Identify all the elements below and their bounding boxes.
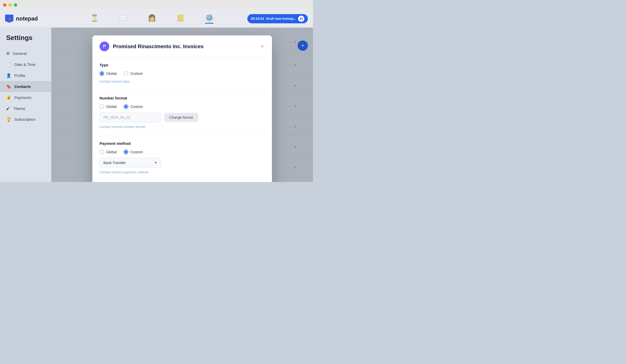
number-format-global-option[interactable]: Global [100, 104, 116, 109]
close-button[interactable] [3, 3, 6, 7]
payment-method-dropdown[interactable]: Bank Transfer ▼ [100, 158, 161, 168]
type-custom-label: Custom [130, 72, 143, 76]
sidebar: Settings ⚙ General 🕐 Date & Time 👤 Profi… [0, 28, 51, 182]
sidebar-item-general[interactable]: ⚙ General [0, 48, 51, 59]
type-global-radio[interactable] [100, 71, 104, 76]
topnav-right: 00:15:51 Draft new homep... [247, 14, 308, 23]
type-custom-radio[interactable] [124, 71, 128, 76]
close-modal-button[interactable]: × [260, 43, 265, 50]
hourglass-icon[interactable]: ⏳ [90, 14, 99, 23]
app-logo: 🔖 notepad [5, 15, 56, 23]
sidebar-label-general: General [13, 51, 26, 56]
sidebar-label-datetime: Date & Time [14, 62, 36, 67]
type-hint: Contact invoice type. [100, 79, 265, 83]
payment-method-global-label: Global [106, 150, 116, 154]
number-format-radio-group: Global Custom [100, 104, 265, 109]
sidebar-item-contacts[interactable]: 🔖 Contacts [0, 81, 51, 92]
sidebar-item-payments[interactable]: 💰 Payments [0, 92, 51, 103]
sidebar-item-profile[interactable]: 👤 Profile [0, 70, 51, 81]
due-setting-row: Due Global Custom 30 [100, 180, 265, 182]
contacts-icon: 🔖 [6, 84, 11, 89]
payment-method-hint: Contact invoice payment method. [100, 170, 265, 174]
number-format-hint: Contact invoice number format. [100, 125, 265, 129]
mail-icon[interactable]: ✉️ [119, 14, 127, 23]
modal-body: Type Global Custom Contact invoice t [92, 57, 272, 182]
chevron-down-icon: ▼ [154, 161, 157, 165]
payments-icon: 💰 [6, 95, 11, 100]
payment-method-global-option[interactable]: Global [100, 150, 116, 154]
number-format-input[interactable]: PR_2024_04_01 [100, 113, 161, 122]
payment-method-custom-option[interactable]: Custom [124, 150, 143, 154]
general-icon: ⚙ [6, 51, 10, 56]
sidebar-label-profile: Profile [14, 73, 25, 78]
modal-header: P Promised Rinascimento Inc. Invoices × [92, 35, 272, 57]
modal-title: Promised Rinascimento Inc. Invoices [113, 44, 260, 49]
logo-icon: 🔖 [5, 15, 13, 23]
type-global-option[interactable]: Global [100, 71, 116, 76]
notebook-icon[interactable]: 📒 [177, 14, 185, 23]
main-layout: Settings ⚙ General 🕐 Date & Time 👤 Profi… [0, 28, 313, 182]
maximize-button[interactable] [14, 3, 17, 7]
sidebar-item-subscription[interactable]: 🏆 Subscription [0, 114, 51, 125]
app-name: notepad [16, 15, 38, 22]
sidebar-item-theme[interactable]: 🖌 Theme [0, 103, 51, 114]
payment-method-global-radio[interactable] [100, 150, 104, 154]
number-format-global-label: Global [106, 105, 116, 109]
type-label: Type [100, 63, 265, 67]
modal-avatar: P [100, 42, 109, 51]
sidebar-label-payments: Payments [14, 95, 32, 100]
type-global-label: Global [106, 72, 116, 76]
datetime-icon: 🕐 [6, 62, 11, 67]
payment-method-setting-row: Payment method Global Custom [100, 135, 265, 180]
nav-icons: ⏳ ✉️ 👩 📒 ⚙️ [56, 14, 247, 24]
profile-icon: 👤 [6, 73, 11, 78]
timer-label: Draft new homep... [266, 17, 296, 21]
titlebar [0, 0, 313, 10]
number-format-setting-row: Number format Global Custom [100, 90, 265, 135]
type-custom-option[interactable]: Custom [124, 71, 143, 76]
sidebar-label-subscription: Subscription [14, 117, 36, 122]
number-format-label: Number format [100, 96, 265, 100]
sidebar-title: Settings [0, 34, 51, 48]
timer-value: 00:15:51 [251, 17, 264, 21]
format-input-row: PR_2024_04_01 Change format [100, 113, 265, 122]
subscription-icon: 🏆 [6, 117, 11, 122]
settings-gear-icon[interactable]: ⚙️ [205, 14, 213, 24]
number-format-custom-label: Custom [130, 105, 143, 109]
type-radio-group: Global Custom [100, 71, 265, 76]
payment-method-radio-group: Global Custom [100, 150, 265, 154]
top-navigation: 🔖 notepad ⏳ ✉️ 👩 📒 ⚙️ 00:15:51 Draft new… [0, 10, 313, 28]
change-format-button[interactable]: Change format [164, 113, 198, 122]
sidebar-label-theme: Theme [13, 106, 25, 111]
timer-badge[interactable]: 00:15:51 Draft new homep... [247, 14, 308, 23]
minimize-button[interactable] [8, 3, 12, 7]
modal-overlay: P Promised Rinascimento Inc. Invoices × … [51, 28, 313, 182]
content-area: ···+ ···+ ···+ ···+ ···+ ···+ ···+ + P P… [51, 28, 313, 182]
sidebar-label-contacts: Contacts [14, 84, 31, 89]
user-avatar-icon[interactable]: 👩 [148, 14, 156, 23]
payment-method-dropdown-value: Bank Transfer [103, 161, 126, 165]
number-format-global-radio[interactable] [100, 104, 104, 109]
sidebar-item-datetime[interactable]: 🕐 Date & Time [0, 59, 51, 70]
pause-button[interactable] [298, 16, 304, 22]
number-format-custom-option[interactable]: Custom [124, 104, 143, 109]
modal-dialog: P Promised Rinascimento Inc. Invoices × … [92, 35, 272, 182]
payment-method-custom-radio[interactable] [124, 150, 128, 154]
payment-method-label: Payment method [100, 141, 265, 146]
theme-icon: 🖌 [6, 106, 10, 111]
type-setting-row: Type Global Custom Contact invoice t [100, 57, 265, 90]
payment-method-custom-label: Custom [130, 150, 143, 154]
number-format-custom-radio[interactable] [124, 104, 128, 109]
